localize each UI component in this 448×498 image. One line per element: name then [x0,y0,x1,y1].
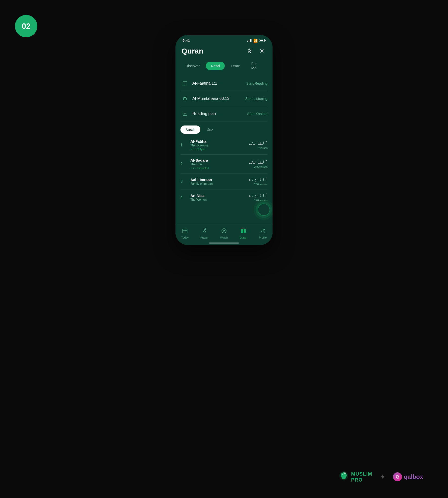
listen-icon[interactable] [245,47,254,56]
nav-today-label: Today [181,236,189,239]
nav-profile-label: Profile [259,236,267,239]
surah-number-1: 1 [180,143,187,147]
tab-discover[interactable]: Discover [180,62,205,70]
svg-rect-5 [183,112,187,116]
nav-watch-label: Watch [220,236,228,239]
qalbox-brand: Q qalbox [393,472,423,481]
surah-name-2: Al-Baqara [190,158,248,162]
muslim-pro-text: MUSLIM PRO [351,471,372,483]
surah-info-1: Al-Fatiha The Opening ✓ 1 / 7 Ayas [190,139,248,151]
svg-rect-17 [244,229,246,233]
nav-prayer-label: Prayer [200,236,208,239]
home-indicator [209,243,239,244]
prayer-icon [202,228,207,235]
status-time: 9:41 [182,38,190,43]
surah-meaning-1: The Opening [190,144,248,147]
tab-for-me[interactable]: For Me [246,60,268,72]
surah-number-3: 3 [180,179,187,184]
battery-icon [259,39,266,42]
settings-icon[interactable] [258,47,267,56]
surah-button[interactable]: Surah [180,125,200,134]
surah-arabic-3: ٱلْفَاتِحَة 200 verses [248,177,268,186]
headphone-icon [180,94,189,103]
nav-tabs: Discover Read Learn For Me [175,60,273,76]
juz-button[interactable]: Juz [202,125,218,134]
tab-read[interactable]: Read [206,62,225,70]
muslim-pro-brand: MUSLIM PRO [339,471,372,483]
surah-name-4: An-Nisa [190,193,248,198]
muslim-pro-icon [339,471,349,483]
surah-arabic-1: ٱلْفَاتِحَة 7 verses [248,141,268,149]
ripple-decoration [258,203,270,216]
quick-action-reading[interactable]: Start Reading [246,81,268,85]
quick-item-reading[interactable]: Al-Faatiha 1:1 Start Reading [180,76,268,91]
phone-frame: 9:41 📶 Quran [175,35,273,245]
step-badge: 02 [15,15,37,37]
brand-logos: MUSLIM PRO ✦ Q qalbox [339,471,423,483]
surah-status-2: ✓✓ Completed [190,167,248,170]
quick-label-reading: Al-Faatiha 1:1 [192,81,246,86]
surah-meaning-3: Family of Imraan [190,182,248,186]
header-actions [245,47,267,56]
surah-meaning-4: The Women [190,198,248,201]
surah-info-4: An-Nisa The Women [190,193,248,201]
wifi-icon: 📶 [253,39,258,43]
quick-label-plan: Reading plan [192,112,247,116]
qalbox-text: qalbox [404,473,423,480]
book-icon [180,79,189,88]
surah-list: 1 Al-Fatiha The Opening ✓ 1 / 7 Ayas ٱلْ… [175,136,273,205]
surah-meaning-2: The Cow [190,163,248,166]
surah-item-4[interactable]: 4 An-Nisa The Women ٱلْفَاتِحَة 176 vers… [180,189,268,205]
today-icon [182,228,188,235]
brand-separator: ✦ [380,473,386,481]
surah-item-3[interactable]: 3 Aal-i-Imraan Family of Imraan ٱلْفَاتِ… [180,174,268,189]
quick-item-listening[interactable]: Al-Mumtahana 60:13 Start Listening [180,91,268,106]
svg-point-0 [261,50,263,52]
status-icons: 📶 [247,39,266,43]
surah-item-2[interactable]: 2 Al-Baqara The Cow ✓✓ Completed ٱلْفَات… [180,155,268,174]
surah-name-3: Aal-i-Imraan [190,178,248,182]
surah-arabic-2: ٱلْفَاتِحَة 286 verses [248,160,268,168]
quick-list: Al-Faatiha 1:1 Start Reading Al-Mumtahan… [175,76,273,122]
nav-quran-label: Quran [240,236,247,239]
page-title: Quran [181,47,203,55]
svg-point-18 [262,229,264,231]
quick-item-plan[interactable]: Reading plan Start Khatam [180,106,268,122]
surah-arabic-4: ٱلْفَاتِحَة 176 verses [248,193,268,202]
status-bar: 9:41 📶 [175,35,273,45]
svg-point-13 [205,229,206,230]
tab-learn[interactable]: Learn [226,62,245,70]
svg-rect-9 [183,229,187,233]
surah-juz-toggle: Surah Juz [175,122,273,136]
svg-rect-16 [241,229,243,233]
watch-play-icon [221,228,227,235]
signal-icon [247,39,252,42]
quick-action-plan[interactable]: Start Khatam [247,112,268,116]
surah-item-1[interactable]: 1 Al-Fatiha The Opening ✓ 1 / 7 Ayas ٱلْ… [180,136,268,155]
plan-icon [180,109,189,118]
surah-info-2: Al-Baqara The Cow ✓✓ Completed [190,158,248,170]
surah-status-1: ✓ 1 / 7 Ayas [190,148,248,151]
svg-point-19 [264,229,265,230]
surah-number-2: 2 [180,162,187,166]
profile-icon [260,228,266,235]
surah-name-1: Al-Fatiha [190,139,248,143]
app-header: Quran [175,45,273,60]
nav-quran[interactable]: Quran [240,228,247,239]
surah-info-3: Aal-i-Imraan Family of Imraan [190,178,248,186]
svg-marker-15 [224,230,225,232]
svg-point-21 [344,472,346,474]
bottom-navigation: Today Prayer Watch [175,225,273,245]
surah-number-4: 4 [180,195,187,200]
quick-label-listening: Al-Mumtahana 60:13 [192,96,245,101]
quick-action-listening[interactable]: Start Listening [245,97,268,101]
nav-prayer[interactable]: Prayer [200,228,208,239]
nav-watch[interactable]: Watch [220,228,228,239]
badge-number: 02 [22,22,31,31]
quran-icon [241,228,246,235]
nav-profile[interactable]: Profile [259,228,267,239]
nav-today[interactable]: Today [181,228,189,239]
qalbox-icon: Q [393,472,402,481]
